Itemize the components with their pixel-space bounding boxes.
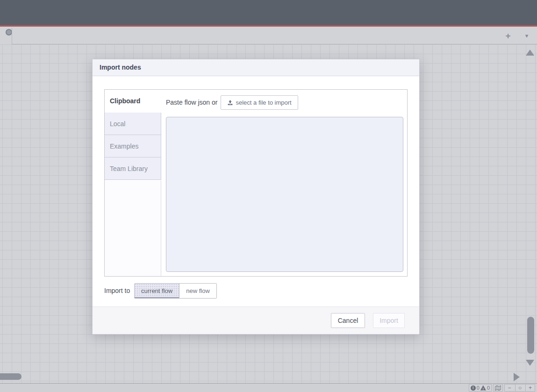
import-button[interactable]: Import xyxy=(373,313,405,328)
error-count: 0 xyxy=(477,385,480,391)
tab-local[interactable]: Local xyxy=(105,113,161,135)
status-bar: ! 0 0 − ○ + xyxy=(0,383,537,392)
warning-count: 0 xyxy=(487,385,490,391)
map-icon xyxy=(495,385,501,391)
warning-triangle-icon xyxy=(480,385,486,391)
vertical-scrollbar[interactable] xyxy=(527,317,534,354)
zoom-reset-button[interactable]: ○ xyxy=(515,385,524,391)
import-source-panel: Clipboard Local Examples Team Library Pa… xyxy=(104,89,408,277)
tab-clipboard[interactable]: Clipboard xyxy=(105,90,161,113)
import-target-toggle: current flow new flow xyxy=(134,283,217,299)
paste-row: Paste flow json or select a file to impo… xyxy=(166,95,298,110)
horizontal-scrollbar[interactable] xyxy=(0,373,21,380)
scroll-right-icon[interactable] xyxy=(514,373,520,381)
flow-json-textarea[interactable] xyxy=(166,117,403,272)
import-nodes-dialog: Import nodes Clipboard Local Examples Te… xyxy=(92,59,420,335)
tab-team-library[interactable]: Team Library xyxy=(105,157,161,180)
scroll-down-icon[interactable] xyxy=(526,360,534,366)
dialog-footer: Cancel Import xyxy=(93,306,419,334)
app-header xyxy=(0,0,537,27)
dialog-body: Clipboard Local Examples Team Library Pa… xyxy=(93,76,419,306)
navigator-map-button[interactable] xyxy=(493,384,503,392)
import-to-row: Import to current flow new flow xyxy=(104,283,217,298)
flow-list-chevron-down-icon[interactable]: ▾ xyxy=(520,29,533,43)
current-flow-button[interactable]: current flow xyxy=(135,284,179,298)
tab-examples[interactable]: Examples xyxy=(105,135,161,157)
paste-flow-label: Paste flow json or xyxy=(166,99,218,106)
new-flow-button[interactable]: new flow xyxy=(179,284,216,298)
zoom-controls: − ○ + xyxy=(504,384,535,392)
upload-icon xyxy=(227,100,233,106)
tab-column-filler xyxy=(105,180,161,276)
zoom-in-button[interactable]: + xyxy=(525,385,535,391)
flow-tabbar: + ▾ xyxy=(12,28,537,44)
import-to-label: Import to xyxy=(104,287,134,294)
zoom-out-button[interactable]: − xyxy=(505,385,514,391)
select-file-button[interactable]: select a file to import xyxy=(221,95,298,110)
dialog-title: Import nodes xyxy=(93,59,419,76)
error-circle-icon: ! xyxy=(471,385,476,391)
select-file-button-label: select a file to import xyxy=(236,99,292,106)
add-flow-button[interactable]: + xyxy=(501,29,515,43)
cancel-button[interactable]: Cancel xyxy=(331,313,365,328)
scroll-up-icon[interactable] xyxy=(526,50,534,56)
palette-toggle-icon[interactable] xyxy=(6,29,12,36)
notification-counts[interactable]: ! 0 0 xyxy=(469,384,492,392)
